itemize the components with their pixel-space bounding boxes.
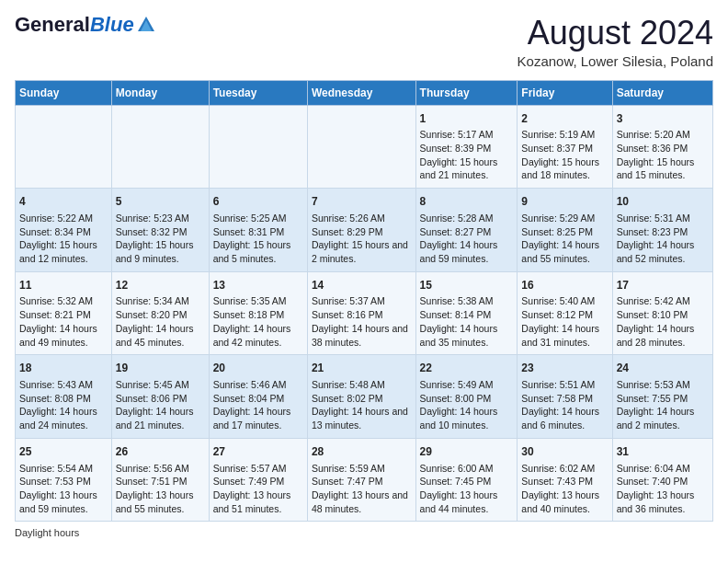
table-cell: 6Sunrise: 5:25 AMSunset: 8:31 PMDaylight… (209, 189, 307, 272)
table-cell (16, 105, 112, 189)
day-number: 13 (213, 278, 303, 293)
table-cell: 19Sunrise: 5:45 AMSunset: 8:06 PMDayligh… (111, 355, 209, 439)
day-info: Sunrise: 5:51 AMSunset: 7:58 PMDaylight:… (521, 378, 608, 432)
day-info: Sunrise: 5:17 AMSunset: 8:39 PMDaylight:… (420, 128, 514, 182)
day-number: 5 (116, 194, 205, 210)
table-cell: 13Sunrise: 5:35 AMSunset: 8:18 PMDayligh… (209, 271, 307, 355)
day-info: Sunrise: 5:28 AMSunset: 8:27 PMDaylight:… (420, 212, 514, 266)
month-title: August 2024 (518, 15, 713, 52)
table-cell: 25Sunrise: 5:54 AMSunset: 7:53 PMDayligh… (16, 438, 112, 522)
day-info: Sunrise: 5:40 AMSunset: 8:12 PMDaylight:… (521, 294, 608, 349)
day-info: Sunrise: 5:46 AMSunset: 8:04 PMDaylight:… (213, 378, 303, 432)
col-monday: Monday (111, 80, 209, 105)
day-info: Sunrise: 5:23 AMSunset: 8:32 PMDaylight:… (116, 212, 205, 266)
table-cell: 1Sunrise: 5:17 AMSunset: 8:39 PMDaylight… (415, 105, 518, 189)
location: Kozanow, Lower Silesia, Poland (518, 53, 713, 69)
day-info: Sunrise: 5:45 AMSunset: 8:06 PMDaylight:… (116, 378, 205, 432)
calendar-table: Sunday Monday Tuesday Wednesday Thursday… (15, 80, 713, 523)
day-info: Sunrise: 5:43 AMSunset: 8:08 PMDaylight:… (19, 378, 108, 432)
table-cell: 22Sunrise: 5:49 AMSunset: 8:00 PMDayligh… (415, 355, 518, 439)
day-info: Sunrise: 5:59 AMSunset: 7:47 PMDaylight:… (312, 462, 412, 516)
day-number: 4 (19, 194, 108, 210)
footer-note: Daylight hours (15, 527, 713, 538)
table-cell: 17Sunrise: 5:42 AMSunset: 8:10 PMDayligh… (612, 271, 712, 355)
table-cell: 14Sunrise: 5:37 AMSunset: 8:16 PMDayligh… (307, 271, 415, 355)
day-number: 3 (617, 111, 709, 127)
table-cell: 11Sunrise: 5:32 AMSunset: 8:21 PMDayligh… (16, 271, 112, 355)
calendar-row: 18Sunrise: 5:43 AMSunset: 8:08 PMDayligh… (16, 355, 713, 439)
day-info: Sunrise: 5:26 AMSunset: 8:29 PMDaylight:… (312, 212, 412, 266)
day-info: Sunrise: 5:38 AMSunset: 8:14 PMDaylight:… (420, 294, 514, 349)
day-info: Sunrise: 6:04 AMSunset: 7:40 PMDaylight:… (617, 462, 709, 516)
day-number: 9 (521, 194, 608, 210)
table-cell: 30Sunrise: 6:02 AMSunset: 7:43 PMDayligh… (518, 438, 612, 522)
day-info: Sunrise: 5:54 AMSunset: 7:53 PMDaylight:… (19, 462, 108, 516)
table-cell: 28Sunrise: 5:59 AMSunset: 7:47 PMDayligh… (307, 438, 415, 522)
table-cell: 8Sunrise: 5:28 AMSunset: 8:27 PMDaylight… (415, 189, 518, 272)
day-number: 11 (19, 278, 108, 293)
table-cell (307, 105, 415, 189)
title-area: August 2024 Kozanow, Lower Silesia, Pola… (518, 15, 713, 69)
calendar-row: 25Sunrise: 5:54 AMSunset: 7:53 PMDayligh… (16, 438, 713, 522)
table-cell: 10Sunrise: 5:31 AMSunset: 8:23 PMDayligh… (612, 189, 712, 272)
day-number: 12 (116, 278, 205, 293)
day-number: 16 (521, 278, 608, 293)
day-number: 1 (420, 111, 514, 127)
day-number: 6 (213, 194, 303, 210)
day-number: 21 (312, 361, 412, 376)
day-info: Sunrise: 5:57 AMSunset: 7:49 PMDaylight:… (213, 462, 303, 516)
table-cell: 4Sunrise: 5:22 AMSunset: 8:34 PMDaylight… (16, 189, 112, 272)
day-info: Sunrise: 5:35 AMSunset: 8:18 PMDaylight:… (213, 294, 303, 349)
table-cell: 29Sunrise: 6:00 AMSunset: 7:45 PMDayligh… (415, 438, 518, 522)
day-info: Sunrise: 5:31 AMSunset: 8:23 PMDaylight:… (617, 212, 709, 266)
col-tuesday: Tuesday (209, 80, 307, 105)
table-cell: 23Sunrise: 5:51 AMSunset: 7:58 PMDayligh… (518, 355, 612, 439)
table-cell: 24Sunrise: 5:53 AMSunset: 7:55 PMDayligh… (612, 355, 712, 439)
day-info: Sunrise: 5:19 AMSunset: 8:37 PMDaylight:… (521, 128, 608, 182)
logo-blue: Blue (90, 13, 134, 36)
day-info: Sunrise: 6:00 AMSunset: 7:45 PMDaylight:… (420, 462, 514, 516)
table-cell: 5Sunrise: 5:23 AMSunset: 8:32 PMDaylight… (111, 189, 209, 272)
col-friday: Friday (518, 80, 612, 105)
day-info: Sunrise: 5:49 AMSunset: 8:00 PMDaylight:… (420, 378, 514, 432)
table-cell: 27Sunrise: 5:57 AMSunset: 7:49 PMDayligh… (209, 438, 307, 522)
day-info: Sunrise: 5:25 AMSunset: 8:31 PMDaylight:… (213, 212, 303, 266)
day-number: 14 (312, 278, 412, 293)
table-cell: 31Sunrise: 6:04 AMSunset: 7:40 PMDayligh… (612, 438, 712, 522)
day-number: 28 (312, 444, 412, 460)
table-cell: 15Sunrise: 5:38 AMSunset: 8:14 PMDayligh… (415, 271, 518, 355)
table-cell: 18Sunrise: 5:43 AMSunset: 8:08 PMDayligh… (16, 355, 112, 439)
day-number: 26 (116, 444, 205, 460)
table-cell: 2Sunrise: 5:19 AMSunset: 8:37 PMDaylight… (518, 105, 612, 189)
day-number: 31 (617, 444, 709, 460)
day-info: Sunrise: 5:34 AMSunset: 8:20 PMDaylight:… (116, 294, 205, 349)
col-saturday: Saturday (612, 80, 712, 105)
col-sunday: Sunday (16, 80, 112, 105)
header-row: Sunday Monday Tuesday Wednesday Thursday… (16, 80, 713, 105)
day-info: Sunrise: 5:37 AMSunset: 8:16 PMDaylight:… (312, 294, 412, 349)
day-number: 7 (312, 194, 412, 210)
day-info: Sunrise: 5:32 AMSunset: 8:21 PMDaylight:… (19, 294, 108, 349)
table-cell: 3Sunrise: 5:20 AMSunset: 8:36 PMDaylight… (612, 105, 712, 189)
table-cell: 12Sunrise: 5:34 AMSunset: 8:20 PMDayligh… (111, 271, 209, 355)
table-cell (111, 105, 209, 189)
table-cell: 9Sunrise: 5:29 AMSunset: 8:25 PMDaylight… (518, 189, 612, 272)
day-number: 19 (116, 361, 205, 376)
calendar-row: 11Sunrise: 5:32 AMSunset: 8:21 PMDayligh… (16, 271, 713, 355)
day-number: 27 (213, 444, 303, 460)
col-thursday: Thursday (415, 80, 518, 105)
day-info: Sunrise: 5:20 AMSunset: 8:36 PMDaylight:… (617, 128, 709, 182)
calendar-row: 1Sunrise: 5:17 AMSunset: 8:39 PMDaylight… (16, 105, 713, 189)
day-number: 10 (617, 194, 709, 210)
day-info: Sunrise: 5:56 AMSunset: 7:51 PMDaylight:… (116, 462, 205, 516)
calendar-row: 4Sunrise: 5:22 AMSunset: 8:34 PMDaylight… (16, 189, 713, 272)
day-info: Sunrise: 5:22 AMSunset: 8:34 PMDaylight:… (19, 212, 108, 266)
header: GeneralBlue August 2024 Kozanow, Lower S… (15, 15, 713, 69)
day-info: Sunrise: 5:29 AMSunset: 8:25 PMDaylight:… (521, 212, 608, 266)
day-number: 15 (420, 278, 514, 293)
table-cell: 7Sunrise: 5:26 AMSunset: 8:29 PMDaylight… (307, 189, 415, 272)
table-cell: 20Sunrise: 5:46 AMSunset: 8:04 PMDayligh… (209, 355, 307, 439)
table-cell: 16Sunrise: 5:40 AMSunset: 8:12 PMDayligh… (518, 271, 612, 355)
day-number: 2 (521, 111, 608, 127)
table-cell: 21Sunrise: 5:48 AMSunset: 8:02 PMDayligh… (307, 355, 415, 439)
